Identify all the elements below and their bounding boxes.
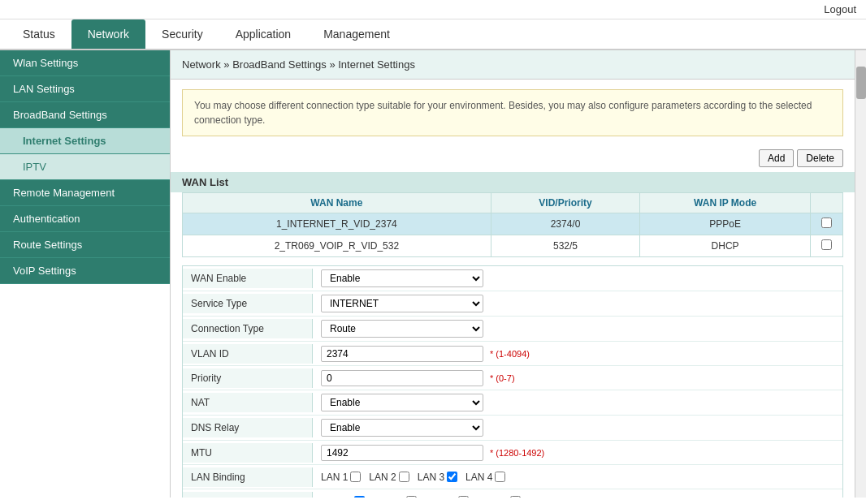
ssid3-checkbox[interactable] bbox=[458, 496, 469, 498]
ssid1-label: SSID 1 bbox=[321, 496, 352, 498]
settings-form: WAN Enable EnableDisable Service Type IN… bbox=[182, 265, 843, 498]
row-checkbox[interactable] bbox=[821, 239, 832, 250]
table-row[interactable]: 2_TR069_VOIP_R_VID_532 532/5 DHCP bbox=[183, 235, 843, 257]
form-row-priority: Priority * (0-7) bbox=[183, 366, 842, 390]
lan2-binding: LAN 2 bbox=[369, 472, 409, 483]
ssid4-binding: SSID 4 bbox=[477, 496, 521, 498]
sidebar-item-voip-settings[interactable]: VoIP Settings bbox=[0, 258, 170, 284]
sidebar-item-authentication[interactable]: Authentication bbox=[0, 206, 170, 232]
vid-priority-cell: 532/5 bbox=[491, 235, 640, 257]
control-mtu: * (1280-1492) bbox=[313, 442, 842, 464]
select-cell[interactable] bbox=[811, 235, 843, 257]
nav-network[interactable]: Network bbox=[71, 19, 145, 49]
btn-row: Add Delete bbox=[171, 146, 855, 172]
label-priority: Priority bbox=[183, 368, 313, 388]
control-lan-binding: LAN 1 LAN 2 LAN 3 LAN 4 bbox=[313, 468, 842, 486]
label-connection-type: Connection Type bbox=[183, 319, 313, 338]
form-row-dns-relay: DNS Relay EnableDisable bbox=[183, 416, 842, 441]
form-row-nat: NAT EnableDisable bbox=[183, 390, 842, 416]
label-service-type: Service Type bbox=[183, 294, 313, 313]
control-nat: EnableDisable bbox=[313, 390, 842, 415]
col-select bbox=[811, 193, 843, 213]
nav-status[interactable]: Status bbox=[6, 19, 71, 49]
lan4-checkbox[interactable] bbox=[495, 472, 505, 482]
control-vlan-id: * (1-4094) bbox=[313, 342, 842, 365]
scrollbar-thumb[interactable] bbox=[856, 67, 866, 99]
control-connection-type: RouteBridge bbox=[313, 317, 842, 341]
layout: Wlan Settings LAN Settings BroadBand Set… bbox=[0, 50, 866, 498]
wan-ip-mode-cell: PPPoE bbox=[640, 213, 811, 235]
sidebar-item-lan-settings[interactable]: LAN Settings bbox=[0, 76, 170, 102]
select-cell[interactable] bbox=[811, 213, 843, 235]
lan-binding-area: LAN 1 LAN 2 LAN 3 LAN 4 bbox=[321, 472, 505, 483]
sidebar-item-iptv[interactable]: IPTV bbox=[0, 154, 170, 180]
ssid1-checkbox[interactable] bbox=[354, 496, 365, 498]
label-ssid-binding: 2.4G SSID Binding bbox=[183, 492, 313, 498]
control-service-type: INTERNETTR069VOIP bbox=[313, 291, 842, 316]
nav-security[interactable]: Security bbox=[145, 19, 219, 49]
input-vlan-id[interactable] bbox=[321, 346, 483, 362]
ssid2-label: SSID 2 bbox=[373, 496, 404, 498]
ssid1-binding: SSID 1 bbox=[321, 496, 365, 498]
hint-priority: * (0-7) bbox=[490, 373, 515, 383]
select-wan-enable[interactable]: EnableDisable bbox=[321, 269, 483, 287]
col-wan-ip-mode: WAN IP Mode bbox=[640, 193, 811, 213]
select-dns-relay[interactable]: EnableDisable bbox=[321, 419, 483, 437]
form-row-connection-type: Connection Type RouteBridge bbox=[183, 317, 842, 342]
label-dns-relay: DNS Relay bbox=[183, 418, 313, 437]
add-button[interactable]: Add bbox=[759, 149, 794, 167]
logout-link[interactable]: Logout bbox=[824, 3, 856, 15]
lan3-label: LAN 3 bbox=[418, 472, 444, 483]
table-row[interactable]: 1_INTERNET_R_VID_2374 2374/0 PPPoE bbox=[183, 213, 843, 235]
delete-button[interactable]: Delete bbox=[797, 149, 843, 167]
form-row-wan-enable: WAN Enable EnableDisable bbox=[183, 266, 842, 291]
wan-ip-mode-cell: DHCP bbox=[640, 235, 811, 257]
lan1-label: LAN 1 bbox=[321, 472, 348, 483]
sidebar-item-remote-management[interactable]: Remote Management bbox=[0, 180, 170, 206]
input-priority[interactable] bbox=[321, 370, 483, 386]
breadcrumb: Network » BroadBand Settings » Internet … bbox=[171, 50, 855, 80]
ssid-binding-area: SSID 1 SSID 2 SSID 3 SSID 4 bbox=[321, 496, 521, 498]
select-service-type[interactable]: INTERNETTR069VOIP bbox=[321, 295, 483, 312]
label-wan-enable: WAN Enable bbox=[183, 269, 313, 288]
control-dns-relay: EnableDisable bbox=[313, 416, 842, 440]
input-mtu[interactable] bbox=[321, 445, 483, 461]
control-ssid-binding: SSID 1 SSID 2 SSID 3 SSID 4 bbox=[313, 493, 842, 498]
ssid3-label: SSID 3 bbox=[425, 496, 456, 498]
label-mtu: MTU bbox=[183, 443, 313, 463]
ssid2-checkbox[interactable] bbox=[406, 496, 417, 498]
lan3-checkbox[interactable] bbox=[447, 472, 457, 482]
col-wan-name: WAN Name bbox=[183, 193, 491, 213]
form-row-mtu: MTU * (1280-1492) bbox=[183, 441, 842, 465]
hint-mtu: * (1280-1492) bbox=[490, 448, 544, 458]
sidebar-item-route-settings[interactable]: Route Settings bbox=[0, 232, 170, 258]
wan-name-cell: 1_INTERNET_R_VID_2374 bbox=[183, 213, 491, 235]
ssid4-label: SSID 4 bbox=[477, 496, 508, 498]
lan1-binding: LAN 1 bbox=[321, 472, 361, 483]
label-vlan-id: VLAN ID bbox=[183, 344, 313, 364]
wan-list-header: WAN List bbox=[171, 172, 855, 192]
label-nat: NAT bbox=[183, 393, 313, 412]
sidebar-item-internet-settings[interactable]: Internet Settings bbox=[0, 128, 170, 154]
select-nat[interactable]: EnableDisable bbox=[321, 394, 483, 411]
lan1-checkbox[interactable] bbox=[350, 472, 361, 482]
ssid4-checkbox[interactable] bbox=[510, 496, 521, 498]
wan-name-cell: 2_TR069_VOIP_R_VID_532 bbox=[183, 235, 491, 257]
hint-vlan-id: * (1-4094) bbox=[490, 349, 530, 359]
main-content: Network » BroadBand Settings » Internet … bbox=[171, 50, 855, 498]
lan4-binding: LAN 4 bbox=[465, 472, 505, 483]
lan2-checkbox[interactable] bbox=[399, 472, 409, 482]
lan2-label: LAN 2 bbox=[369, 472, 396, 483]
sidebar: Wlan Settings LAN Settings BroadBand Set… bbox=[0, 50, 171, 498]
form-row-ssid-binding: 2.4G SSID Binding SSID 1 SSID 2 SSID 3 bbox=[183, 489, 842, 498]
form-row-vlan-id: VLAN ID * (1-4094) bbox=[183, 342, 842, 366]
sidebar-item-broadband-settings[interactable]: BroadBand Settings bbox=[0, 102, 170, 128]
nav-application[interactable]: Application bbox=[219, 19, 308, 49]
scrollbar[interactable] bbox=[855, 50, 866, 498]
row-checkbox[interactable] bbox=[821, 218, 832, 228]
sidebar-item-wlan-settings[interactable]: Wlan Settings bbox=[0, 50, 170, 76]
wan-list-table: WAN Name VID/Priority WAN IP Mode 1_INTE… bbox=[182, 192, 843, 257]
select-connection-type[interactable]: RouteBridge bbox=[321, 320, 483, 338]
nav-management[interactable]: Management bbox=[307, 19, 406, 49]
label-lan-binding: LAN Binding bbox=[183, 467, 313, 487]
